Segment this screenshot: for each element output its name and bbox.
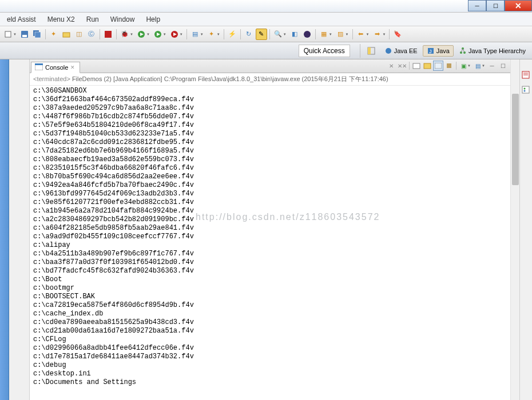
dropdown-arrow-icon[interactable]: ▼: [482, 64, 485, 67]
outline-icon[interactable]: ◧: [289, 29, 300, 40]
collapse-icon[interactable]: ▨: [335, 29, 346, 40]
dropdown-arrow-icon[interactable]: ▼: [217, 33, 220, 36]
console-line: c:\36df21663baf464c673502addf899eca.f4v: [33, 95, 507, 104]
refresh-icon[interactable]: ↻: [243, 29, 255, 40]
clear-console-icon[interactable]: [411, 61, 422, 71]
search-icon[interactable]: 🔍: [272, 29, 284, 40]
window-close-button[interactable]: ✕: [505, 0, 532, 11]
console-line: c:\b4a2511b3a489b907ef9b6c897f1c767.f4v: [33, 250, 507, 258]
console-line: c:\d17e7815a17de68411ae8447ad374b32.f4v: [33, 353, 507, 361]
console-line: c:\a2c28304869297bcb542b82d091909bc.f4v: [33, 215, 507, 224]
wand-icon[interactable]: ✦: [48, 29, 59, 40]
dropdown-arrow-icon[interactable]: ▼: [163, 33, 166, 36]
eclipse-icon[interactable]: [301, 29, 313, 40]
stop-icon[interactable]: [102, 29, 114, 40]
outline-trim-icon[interactable]: [522, 86, 531, 95]
new-server-icon[interactable]: ✦: [206, 29, 217, 40]
java-ee-icon: [384, 47, 392, 55]
window-maximize-button[interactable]: ☐: [486, 0, 505, 11]
menu-window[interactable]: Window: [105, 14, 141, 25]
dropdown-arrow-icon[interactable]: ▼: [200, 33, 204, 36]
save-all-icon[interactable]: [31, 29, 43, 40]
console-line: c:\debug: [33, 361, 507, 370]
console-line: c:\5d37f1948b51040cb533d623233e71a5.f4v: [33, 130, 507, 138]
folder-icon[interactable]: [61, 29, 72, 40]
svg-rect-25: [35, 63, 43, 65]
new-icon[interactable]: [2, 29, 14, 40]
menu-run[interactable]: Run: [81, 14, 105, 25]
remove-all-icon[interactable]: ✕✕: [397, 61, 407, 71]
class-icon[interactable]: Ⓒ: [86, 29, 97, 40]
dropdown-arrow-icon[interactable]: ▼: [180, 33, 183, 36]
dropdown-arrow-icon[interactable]: ▼: [366, 33, 370, 36]
console-icon: [35, 63, 43, 71]
package-icon[interactable]: ◫: [73, 29, 85, 40]
task-list-icon[interactable]: [522, 71, 531, 80]
run-icon[interactable]: [136, 29, 147, 40]
server-icon[interactable]: ▤: [189, 29, 201, 40]
svg-rect-4: [35, 32, 41, 38]
console-line: c:\4487f6f986b7b16cdb2c874fb56dde07.f4v: [33, 113, 507, 121]
console-close-icon[interactable]: ✕: [70, 65, 75, 70]
window-minimize-button[interactable]: ─: [468, 0, 486, 11]
quick-access-field[interactable]: Quick Access: [299, 45, 350, 57]
svg-rect-29: [447, 63, 451, 68]
perspective-label: Java: [436, 47, 450, 54]
svg-rect-28: [435, 63, 442, 69]
debug-icon[interactable]: 🐞: [119, 29, 130, 40]
open-perspective-button[interactable]: [363, 45, 379, 57]
console-line: c:\alipay: [33, 241, 507, 250]
save-icon[interactable]: [19, 29, 30, 40]
dropdown-arrow-icon[interactable]: ▼: [283, 33, 287, 36]
maximize-view-icon[interactable]: ☐: [498, 61, 508, 71]
left-trim-pane[interactable]: [0, 59, 9, 400]
perspective-bar: Quick Access Java EE J Java Java Type Hi…: [0, 42, 532, 59]
menu-help[interactable]: Help: [140, 14, 166, 25]
connect-icon[interactable]: ⚡: [227, 29, 238, 40]
expand-icon[interactable]: ▦: [318, 29, 329, 40]
bookmark-icon[interactable]: 🔖: [392, 29, 403, 40]
menubar: eld Assist Menu X2 Run Window Help: [0, 13, 532, 26]
external-tools-icon[interactable]: [169, 29, 180, 40]
remove-launch-icon[interactable]: ✕: [386, 61, 396, 71]
perspective-java-ee[interactable]: Java EE: [380, 45, 422, 57]
run-last-icon[interactable]: [152, 29, 164, 40]
console-tab[interactable]: Console ✕: [31, 62, 80, 73]
launch-description: FileDemos (2) [Java Application] C:\Prog…: [72, 75, 388, 82]
console-line: c:\7da25182ed6bb7e6b969b4166f1689a5.f4v: [33, 147, 507, 155]
perspective-java[interactable]: J Java: [423, 45, 454, 57]
svg-rect-6: [105, 31, 112, 38]
pin-console-icon[interactable]: [444, 61, 454, 71]
svg-rect-0: [5, 31, 11, 37]
dropdown-arrow-icon[interactable]: ▼: [329, 33, 332, 36]
dropdown-arrow-icon[interactable]: ▼: [146, 33, 150, 36]
console-output[interactable]: http://blog.csdn.net/z118603543572 c:\36…: [30, 86, 510, 400]
vertical-scrollbar[interactable]: [510, 59, 519, 400]
back-icon[interactable]: ⬅: [355, 29, 367, 40]
console-line: c:\9e85f61207721f00efe34ebd882ccb31.f4v: [33, 198, 507, 207]
terminated-label: <terminated>: [33, 75, 70, 82]
forward-icon[interactable]: ➡: [371, 29, 383, 40]
perspective-type-hierarchy[interactable]: Java Type Hierarchy: [455, 45, 530, 57]
dropdown-arrow-icon[interactable]: ▼: [467, 64, 471, 67]
svg-point-35: [523, 90, 525, 92]
scroll-lock-icon[interactable]: [422, 61, 432, 71]
perspective-label: Java Type Hierarchy: [469, 47, 526, 54]
console-line: c:\BOOTSECT.BAK: [33, 293, 507, 301]
dropdown-arrow-icon[interactable]: ▼: [382, 33, 386, 36]
dropdown-arrow-icon[interactable]: ▼: [130, 33, 133, 36]
menu-field-assist[interactable]: eld Assist: [1, 14, 42, 25]
editor-gutter: [9, 59, 30, 400]
minimize-view-icon[interactable]: ─: [487, 61, 497, 71]
console-line: c:\a9ad9df02b455f109c108ceefccf7767.f4v: [33, 233, 507, 241]
console-toolbar: ✕ ✕✕ ▣▼ ▤▼ ─ ☐: [386, 61, 508, 71]
console-line: c:\ca72819eca5875ef4f860d6cf8954d9b.f4v: [33, 301, 507, 310]
paint-icon[interactable]: ✎: [256, 29, 267, 40]
console-tab-label: Console: [45, 64, 68, 71]
console-line: c:\cache_index.db: [33, 310, 507, 318]
dropdown-arrow-icon[interactable]: ▼: [13, 33, 17, 36]
scrollbar-thumb[interactable]: [512, 94, 519, 185]
show-console-icon[interactable]: [433, 61, 443, 71]
dropdown-arrow-icon[interactable]: ▼: [346, 33, 349, 36]
menu-menu-x2[interactable]: Menu X2: [42, 14, 81, 25]
